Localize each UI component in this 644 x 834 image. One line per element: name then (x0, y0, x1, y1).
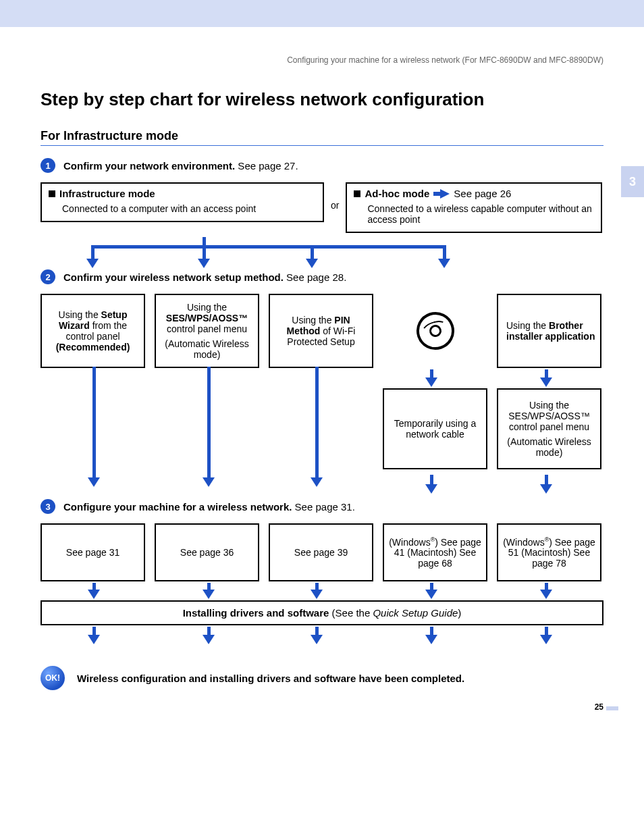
adhoc-desc: Connected to a wireless capable computer… (354, 203, 594, 225)
short-arrows-c (41, 581, 603, 600)
page-ref-1: See page 31 (41, 523, 145, 581)
adhoc-see: See page 26 (454, 188, 511, 199)
section-heading: For Infrastructure mode (41, 129, 603, 146)
bullet-icon (49, 190, 55, 197)
method-row: Using the Setup Wizard from the control … (41, 294, 603, 368)
sub-method-row: Temporarily using a network cable Using … (41, 388, 603, 469)
sub-temp-cable: Temporarily using a network cable (383, 388, 487, 469)
page-title: Step by step chart for wireless network … (41, 89, 603, 110)
infra-desc: Connected to a computer with an access p… (49, 203, 316, 214)
page-refs-row: See page 31 See page 36 See page 39 (Win… (41, 523, 603, 581)
step-badge-2: 2 (41, 269, 55, 284)
branch-arrows-1 (41, 237, 603, 269)
cd-icon (411, 307, 459, 355)
step-1-rest: See page 27. (235, 160, 298, 172)
method-pin: Using the PIN Method of Wi-Fi Protected … (269, 294, 373, 368)
sub-ses-wps-aoss: Using the SES/WPS/AOSS™ control panel me… (497, 388, 601, 469)
adhoc-mode-box: Ad-hoc mode See page 26 Connected to a w… (346, 182, 602, 233)
method-ses-wps-aoss: Using the SES/WPS/AOSS™ control panel me… (155, 294, 259, 368)
step-2-rest: See page 28. (284, 271, 346, 283)
page-ref-4: (Windows®) See page 41 (Macintosh) See p… (383, 523, 487, 581)
step-2: 2 Confirm your wireless network setup me… (41, 269, 603, 284)
method-brother-installer: Using the Brother installer application (497, 294, 601, 368)
adhoc-title: Ad-hoc mode (365, 188, 429, 199)
top-banner (0, 0, 644, 27)
page-ref-5: (Windows®) See page 51 (Macintosh) See p… (497, 523, 601, 581)
step-1-bold: Confirm your network environment. (63, 160, 235, 172)
ok-badge: OK! (41, 666, 65, 690)
step-3-rest: See page 31. (292, 501, 354, 513)
short-arrows-a (41, 368, 603, 388)
step-2-bold: Confirm your wireless network setup meth… (63, 271, 284, 283)
install-row: Installing drivers and software (See the… (41, 600, 603, 625)
page-ref-2: See page 36 (155, 523, 259, 581)
or-label: or (331, 182, 339, 211)
step-1: 1 Confirm your network environment. See … (41, 158, 603, 173)
step-3: 3 Configure your machine for a wireless … (41, 499, 603, 514)
method-setup-wizard: Using the Setup Wizard from the control … (41, 294, 145, 368)
arrow-right-icon (440, 189, 450, 199)
short-arrows-d (41, 625, 603, 647)
step-3-bold: Configure your machine for a wireless ne… (63, 501, 292, 513)
page-number: 25 (595, 702, 603, 712)
infra-title: Infrastructure mode (59, 188, 155, 199)
cd-icon-cell (383, 294, 487, 368)
step-badge-1: 1 (41, 158, 55, 173)
completion-row: OK! Wireless configuration and installin… (41, 666, 603, 690)
short-arrows-b (41, 472, 603, 495)
page-ref-3: See page 39 (269, 523, 373, 581)
completion-text: Wireless configuration and installing dr… (77, 673, 464, 684)
page-number-bar (606, 706, 618, 710)
step-badge-3: 3 (41, 499, 55, 514)
bullet-icon (354, 190, 360, 197)
infrastructure-mode-box: Infrastructure mode Connected to a compu… (41, 182, 324, 222)
header-note: Configuring your machine for a wireless … (41, 55, 603, 65)
